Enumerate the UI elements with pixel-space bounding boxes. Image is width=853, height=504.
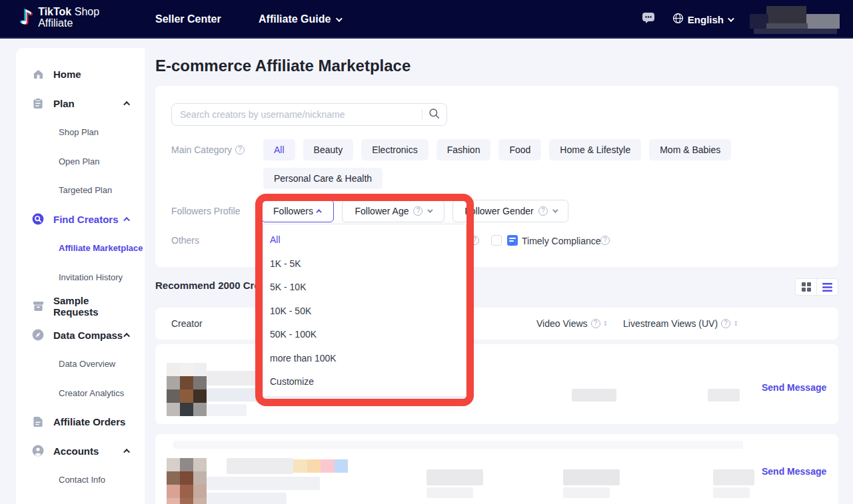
user-account-blurred[interactable] — [750, 5, 840, 34]
category-chip-beauty[interactable]: Beauty — [303, 139, 354, 160]
followers-profile-label: Followers Profile — [171, 206, 240, 216]
livestream-views-value-blurred — [713, 469, 754, 485]
followers-option-1k-5k[interactable]: 1K - 5K — [270, 252, 466, 276]
creator-avatar-blurred — [167, 363, 207, 416]
question-icon — [470, 236, 479, 245]
nav-affiliate-guide[interactable]: Affiliate Guide — [259, 0, 341, 39]
creator-row[interactable]: Send Message — [155, 344, 838, 424]
grid-view-icon[interactable] — [796, 279, 816, 295]
sidebar-item-home[interactable]: Home — [16, 60, 145, 89]
followers-value-blurred — [426, 469, 483, 485]
timely-compliance-checkbox[interactable] — [491, 235, 502, 246]
nav-seller-center[interactable]: Seller Center — [155, 0, 221, 39]
sort-icon[interactable]: ▲▼ — [604, 320, 608, 327]
video-views-value-blurred — [572, 389, 616, 401]
page-title: E-commerce Affiliate Marketplace — [155, 57, 411, 75]
sidebar-item-targeted-plan[interactable]: Targeted Plan — [16, 176, 145, 205]
question-icon[interactable] — [600, 236, 610, 245]
home-icon — [32, 69, 44, 81]
category-chip-personal-care-health[interactable]: Personal Care & Health — [263, 168, 383, 189]
sidebar-item-data-overview[interactable]: Data Overview — [16, 350, 145, 379]
follower-age-filter-button[interactable]: Follower Age — [342, 200, 444, 222]
sidebar-item-affiliate-orders[interactable]: Affiliate Orders — [16, 407, 145, 437]
creator-name-blurred — [207, 371, 264, 385]
view-toggle — [795, 278, 838, 296]
category-chip-all[interactable]: All — [263, 139, 295, 160]
chevron-down-icon — [428, 207, 433, 212]
creator-name-blurred — [227, 458, 293, 474]
followers-filter-button[interactable]: Followers — [261, 200, 334, 222]
chevron-up-icon — [123, 217, 130, 224]
sidebar-item-creator-analytics[interactable]: Creator Analytics — [16, 379, 145, 408]
creator-row[interactable]: Send Message — [155, 434, 838, 504]
category-chip-mom-babies[interactable]: Mom & Babies — [649, 139, 731, 160]
followers-dropdown-menu: All 1K - 5K 5K - 10K 10K - 50K 50K - 100… — [263, 224, 466, 397]
timely-compliance-icon: ✓ — [507, 235, 518, 246]
sidebar-item-contact-info[interactable]: Contact Info — [16, 465, 145, 495]
sidebar-item-plan[interactable]: Plan — [16, 89, 145, 119]
sidebar-item-accounts[interactable]: Accounts — [16, 437, 145, 466]
sidebar-item-sample-requests[interactable]: Sample Requests — [16, 292, 145, 321]
send-message-link[interactable]: Send Message — [762, 382, 826, 393]
creator-info-blurred — [207, 388, 259, 401]
creator-info-blurred — [207, 404, 247, 416]
search-divider — [422, 109, 423, 120]
sidebar-item-find-creators[interactable]: Find Creators — [16, 205, 145, 234]
sidebar: Home Plan Shop Plan Open Plan Targeted P… — [16, 48, 145, 504]
table-header: Creator Video Views ▲▼ Livestream Views … — [155, 308, 838, 340]
follower-gender-filter-button[interactable]: Follower Gender — [452, 200, 568, 222]
category-chip-fashion[interactable]: Fashion — [436, 139, 491, 160]
question-icon — [591, 319, 600, 328]
creator-avatar-blurred — [167, 458, 207, 504]
creator-badges-blurred — [293, 459, 348, 473]
logo-text: TikTok Shop Affiliate — [38, 6, 99, 29]
sort-icon[interactable]: ▲▼ — [734, 320, 738, 327]
sidebar-item-open-plan[interactable]: Open Plan — [16, 147, 145, 176]
category-chip-food[interactable]: Food — [498, 139, 541, 160]
list-view-icon[interactable] — [816, 279, 838, 295]
creator-info-blurred — [207, 493, 287, 504]
globe-icon — [672, 13, 684, 26]
send-message-link[interactable]: Send Message — [762, 466, 826, 477]
sidebar-item-shop-plan[interactable]: Shop Plan — [16, 118, 145, 147]
column-livestream-views[interactable]: Livestream Views (UV) ▲▼ — [623, 318, 738, 329]
followers-sub-blurred — [426, 487, 473, 498]
sidebar-item-invitation-history[interactable]: Invitation History — [16, 263, 145, 292]
chevron-down-icon — [336, 15, 343, 22]
livestream-views-value-blurred — [708, 389, 740, 401]
search-input[interactable] — [180, 109, 422, 120]
question-icon — [413, 206, 423, 216]
followers-option-5k-10k[interactable]: 5K - 10K — [270, 276, 466, 300]
question-icon[interactable] — [235, 145, 245, 154]
timely-compliance-label: Timely Compliance — [522, 236, 601, 246]
followers-option-10k-50k[interactable]: 10K - 50K — [270, 300, 466, 324]
video-views-value-blurred — [563, 469, 620, 485]
chat-bubble-icon[interactable] — [642, 12, 655, 27]
chevron-up-icon — [123, 101, 130, 108]
followers-option-customize[interactable]: Customize — [270, 370, 466, 394]
search-icon[interactable] — [428, 108, 440, 122]
others-label: Others — [171, 235, 199, 246]
main-category-label: Main Category — [171, 144, 245, 155]
chevron-up-icon — [123, 333, 130, 340]
language-selector[interactable]: English — [672, 13, 732, 26]
tiktok-note-icon: ♪ — [20, 7, 33, 27]
data-compass-icon — [32, 329, 44, 341]
chevron-down-icon — [728, 15, 734, 22]
creator-info-blurred — [207, 477, 320, 490]
sidebar-item-data-compass[interactable]: Data Compass — [16, 321, 145, 350]
search-box — [171, 103, 447, 126]
sidebar-item-affiliate-marketplace[interactable]: Affiliate Marketplace — [16, 234, 145, 263]
livestream-sub-blurred — [713, 487, 750, 498]
top-navbar: ♪ TikTok Shop Affiliate Seller Center Af… — [0, 0, 853, 39]
followers-option-50k-100k[interactable]: 50K - 100K — [270, 323, 466, 347]
tiktok-shop-affiliate-logo[interactable]: ♪ TikTok Shop Affiliate — [20, 6, 99, 29]
row-banner-blurred — [173, 441, 743, 449]
chevron-up-icon — [123, 449, 130, 455]
question-icon — [538, 206, 548, 216]
column-video-views[interactable]: Video Views ▲▼ — [536, 318, 608, 329]
followers-option-more-100k[interactable]: more than 100K — [270, 347, 466, 371]
category-chip-home-lifestyle[interactable]: Home & Lifestyle — [549, 139, 641, 160]
followers-option-all[interactable]: All — [270, 228, 466, 252]
category-chip-electronics[interactable]: Electronics — [361, 139, 428, 160]
